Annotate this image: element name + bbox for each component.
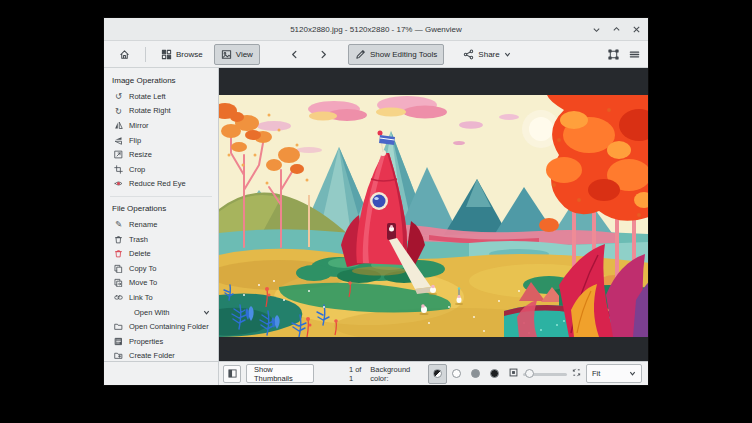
show-thumbnails-button[interactable]: Show Thumbnails xyxy=(246,364,314,383)
resize-icon xyxy=(113,150,124,159)
sidebar-item-open-containing-folder[interactable]: Open Containing Folder xyxy=(104,319,218,334)
image-viewer-canvas[interactable] xyxy=(219,68,648,361)
item-label: Properties xyxy=(129,337,163,346)
item-label: Crop xyxy=(129,165,145,174)
browse-grid-icon xyxy=(161,49,172,60)
sidebar-item-move-to[interactable]: Move To xyxy=(104,276,218,291)
view-image-icon xyxy=(221,49,232,60)
zoom-slider-handle[interactable] xyxy=(525,369,534,378)
zoom-fit-icon[interactable] xyxy=(509,368,518,379)
white-color-icon xyxy=(452,369,461,378)
close-icon[interactable] xyxy=(631,24,642,35)
bottom-bar-sidebar-spacer xyxy=(104,362,219,385)
gray-color-icon xyxy=(471,369,480,378)
sidebar-item-open-with[interactable]: Open With xyxy=(104,305,218,320)
image-operations-header: Image Operations xyxy=(104,74,218,89)
bg-color-auto-button[interactable] xyxy=(428,364,447,384)
operations-sidebar: Image Operations ↺ Rotate Left ↻ Rotate … xyxy=(104,68,219,361)
titlebar[interactable]: 5120x2880.jpg - 5120x2880 - 17% — Gwenvi… xyxy=(104,18,648,41)
bottom-bar: Show Thumbnails 1 of 1 Background color: xyxy=(104,361,648,385)
browse-label: Browse xyxy=(176,50,203,59)
minimize-icon[interactable] xyxy=(591,24,602,35)
sidebar-item-reduce-red-eye[interactable]: Reduce Red Eye xyxy=(104,177,218,192)
background-color-label: Background color: xyxy=(370,365,423,383)
flip-icon xyxy=(113,136,124,145)
image-counter: 1 of 1 xyxy=(349,365,365,383)
item-label: Delete xyxy=(129,249,151,258)
bg-color-gray-button[interactable] xyxy=(466,364,485,384)
displayed-image xyxy=(219,95,648,337)
chevron-down-icon xyxy=(629,370,636,377)
sidebar-item-rotate-right[interactable]: ↻ Rotate Right xyxy=(104,104,218,119)
item-label: Link To xyxy=(129,293,153,302)
item-label: Copy To xyxy=(129,264,156,273)
sidebar-item-rename[interactable]: ✎ Rename xyxy=(104,217,218,232)
previous-button[interactable] xyxy=(282,44,307,65)
file-operations-header: File Operations xyxy=(104,202,218,217)
home-button[interactable] xyxy=(112,44,137,65)
home-icon xyxy=(119,49,130,60)
zoom-mode-value: Fit xyxy=(592,369,600,378)
chevron-left-icon xyxy=(289,49,300,60)
bg-color-white-button[interactable] xyxy=(447,364,466,384)
sidebar-toggle-button[interactable] xyxy=(223,365,241,383)
sidebar-divider xyxy=(110,196,212,197)
maximize-icon[interactable] xyxy=(611,24,622,35)
item-label: Rename xyxy=(129,220,157,229)
toolbar-right-group xyxy=(608,49,640,60)
view-button[interactable]: View xyxy=(214,44,260,65)
rotate-right-icon: ↻ xyxy=(113,106,124,116)
share-label: Share xyxy=(478,50,499,59)
sidebar-item-mirror[interactable]: Mirror xyxy=(104,118,218,133)
sidebar-item-link-to[interactable]: Link To xyxy=(104,290,218,305)
mirror-icon xyxy=(113,121,124,130)
black-color-icon xyxy=(490,369,499,378)
item-label: Move To xyxy=(129,278,157,287)
sidebar-item-flip[interactable]: Flip xyxy=(104,133,218,148)
sidebar-item-copy-to[interactable]: Copy To xyxy=(104,261,218,276)
zoom-actual-size-icon[interactable] xyxy=(572,368,581,379)
show-thumbnails-label: Show Thumbnails xyxy=(254,365,306,383)
rotate-left-icon: ↺ xyxy=(113,91,124,101)
chevron-down-icon xyxy=(203,309,210,316)
zoom-slider[interactable] xyxy=(523,366,567,382)
desktop: 5120x2880.jpg - 5120x2880 - 17% — Gwenvi… xyxy=(0,0,752,423)
sidebar-item-rotate-left[interactable]: ↺ Rotate Left xyxy=(104,89,218,104)
statusbar: Show Thumbnails 1 of 1 Background color: xyxy=(219,362,648,385)
chevron-down-icon xyxy=(504,51,511,58)
item-label: Trash xyxy=(129,235,148,244)
main-toolbar: Browse View Show Editing Tools Share xyxy=(104,41,648,68)
toolbar-separator xyxy=(145,47,146,62)
trash-icon xyxy=(113,235,124,244)
sidebar-item-create-folder[interactable]: Create Folder xyxy=(104,349,218,362)
chevron-right-icon xyxy=(318,49,329,60)
show-editing-tools-button[interactable]: Show Editing Tools xyxy=(348,44,444,65)
item-label: Rotate Left xyxy=(129,92,166,101)
bg-color-black-button[interactable] xyxy=(485,364,504,384)
item-label: Create Folder xyxy=(129,351,175,360)
item-label: Rotate Right xyxy=(129,106,171,115)
next-button[interactable] xyxy=(311,44,336,65)
window-title: 5120x2880.jpg - 5120x2880 - 17% — Gwenvi… xyxy=(290,25,462,34)
pencil-icon xyxy=(355,49,366,60)
delete-trash-icon xyxy=(113,249,124,258)
fullscreen-icon[interactable] xyxy=(608,49,619,60)
sidebar-item-resize[interactable]: Resize xyxy=(104,147,218,162)
item-label: Open Containing Folder xyxy=(129,322,209,331)
gwenview-window: 5120x2880.jpg - 5120x2880 - 17% — Gwenvi… xyxy=(104,18,648,385)
browse-button[interactable]: Browse xyxy=(154,44,210,65)
item-label: Reduce Red Eye xyxy=(129,179,186,188)
background-color-switcher xyxy=(428,364,504,384)
item-label: Mirror xyxy=(129,121,149,130)
window-body: Image Operations ↺ Rotate Left ↻ Rotate … xyxy=(104,68,648,361)
hamburger-menu-icon[interactable] xyxy=(629,49,640,60)
sidebar-item-trash[interactable]: Trash xyxy=(104,232,218,247)
show-editing-tools-label: Show Editing Tools xyxy=(370,50,437,59)
sidebar-content: Image Operations ↺ Rotate Left ↻ Rotate … xyxy=(104,68,218,361)
zoom-mode-dropdown[interactable]: Fit xyxy=(586,364,642,383)
item-label: Flip xyxy=(129,136,141,145)
sidebar-item-crop[interactable]: Crop xyxy=(104,162,218,177)
sidebar-item-delete[interactable]: Delete xyxy=(104,246,218,261)
share-button[interactable]: Share xyxy=(456,44,517,65)
sidebar-item-properties[interactable]: Properties xyxy=(104,334,218,349)
